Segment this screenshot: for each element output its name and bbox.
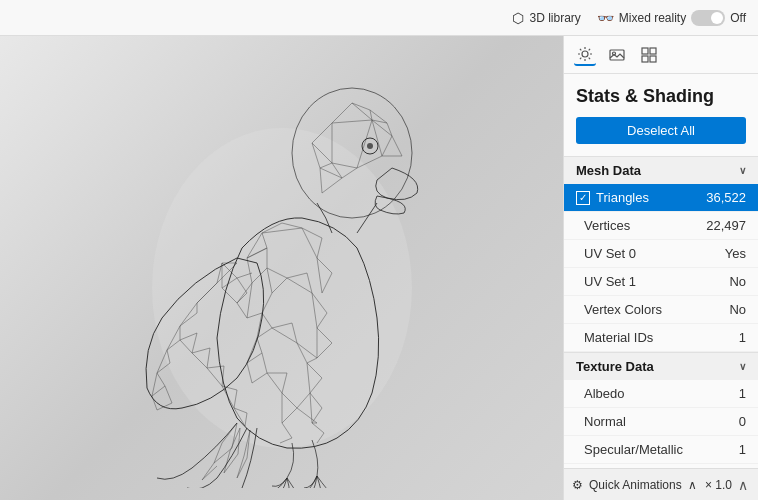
svg-rect-167 xyxy=(642,56,648,62)
triangles-row[interactable]: ✓ Triangles 36,522 xyxy=(564,184,758,212)
mixed-reality-icon: 👓 xyxy=(597,10,614,26)
sun-toolbar-icon[interactable] xyxy=(574,44,596,66)
vertices-label: Vertices xyxy=(584,218,630,233)
svg-line-4 xyxy=(332,103,352,123)
svg-rect-163 xyxy=(610,50,624,60)
svg-line-161 xyxy=(580,57,581,58)
svg-rect-168 xyxy=(650,56,656,62)
svg-line-144 xyxy=(202,463,214,480)
icon-toolbar xyxy=(564,36,758,74)
svg-line-141 xyxy=(214,443,222,463)
quick-animations-chevron: ∧ xyxy=(688,478,697,492)
normal-row[interactable]: Normal 0 xyxy=(564,408,758,436)
svg-line-122 xyxy=(152,396,157,410)
svg-line-151 xyxy=(237,456,244,478)
triangles-row-left: ✓ Triangles xyxy=(576,190,649,205)
quick-animations-label[interactable]: Quick Animations xyxy=(589,478,682,492)
mixed-reality-item[interactable]: 👓 Mixed reality Off xyxy=(597,10,746,26)
specular-metallic-value: 1 xyxy=(739,442,746,457)
right-panel: Stats & Shading Deselect All Mesh Data ∨… xyxy=(563,36,758,500)
vertex-colors-label: Vertex Colors xyxy=(584,302,662,317)
svg-line-159 xyxy=(580,48,581,49)
top-toolbar: ⬡ 3D library 👓 Mixed reality Off xyxy=(0,0,758,36)
uv-set-0-label: UV Set 0 xyxy=(584,246,636,261)
svg-line-11 xyxy=(382,136,392,156)
zoom-value: × 1.0 xyxy=(705,478,732,492)
normal-value: 0 xyxy=(739,414,746,429)
triangles-checkbox: ✓ xyxy=(576,191,590,205)
uv-set-1-label: UV Set 1 xyxy=(584,274,636,289)
svg-line-25 xyxy=(352,103,370,110)
vertices-value: 22,497 xyxy=(706,218,746,233)
mesh-chevron-icon: ∨ xyxy=(739,165,746,176)
cube-icon: ⬡ xyxy=(512,10,524,26)
image-toolbar-icon[interactable] xyxy=(606,44,628,66)
svg-line-145 xyxy=(202,466,217,480)
main-content: Stats & Shading Deselect All Mesh Data ∨… xyxy=(0,36,758,500)
svg-line-6 xyxy=(332,120,372,123)
albedo-value: 1 xyxy=(739,386,746,401)
parrot-container xyxy=(0,36,563,500)
zoom-controls: × 1.0 ∧ xyxy=(705,477,750,493)
specular-metallic-label: Specular/Metallic xyxy=(584,442,683,457)
parrot-wireframe xyxy=(62,48,502,488)
panel-content: Stats & Shading Deselect All Mesh Data ∨… xyxy=(564,74,758,468)
texture-chevron-icon: ∨ xyxy=(739,361,746,372)
albedo-label: Albedo xyxy=(584,386,624,401)
albedo-row[interactable]: Albedo 1 xyxy=(564,380,758,408)
uv-set-0-value: Yes xyxy=(725,246,746,261)
mesh-section-header[interactable]: Mesh Data ∨ xyxy=(564,156,758,184)
uv-set-1-value: No xyxy=(729,274,746,289)
3d-library-label: 3D library xyxy=(529,11,580,25)
zoom-up-button[interactable]: ∧ xyxy=(736,477,750,493)
svg-line-142 xyxy=(214,448,232,463)
material-ids-label: Material IDs xyxy=(584,330,653,345)
uv-set-0-row[interactable]: UV Set 0 Yes xyxy=(564,240,758,268)
material-ids-row[interactable]: Material IDs 1 xyxy=(564,324,758,352)
vertices-row[interactable]: Vertices 22,497 xyxy=(564,212,758,240)
triangles-value: 36,522 xyxy=(706,190,746,205)
panel-title: Stats & Shading xyxy=(564,74,758,117)
svg-rect-166 xyxy=(650,48,656,54)
texture-section-header[interactable]: Texture Data ∨ xyxy=(564,352,758,380)
svg-point-154 xyxy=(582,51,588,57)
svg-line-160 xyxy=(589,57,590,58)
mixed-reality-toggle[interactable] xyxy=(691,10,725,26)
svg-line-162 xyxy=(589,48,590,49)
3d-library-item[interactable]: ⬡ 3D library xyxy=(512,10,580,26)
mesh-section-label: Mesh Data xyxy=(576,163,641,178)
grid-toolbar-icon[interactable] xyxy=(638,44,660,66)
quick-animations-icon: ⚙ xyxy=(572,478,583,492)
svg-rect-165 xyxy=(642,48,648,54)
svg-line-147 xyxy=(224,451,230,473)
uv-set-1-row[interactable]: UV Set 1 No xyxy=(564,268,758,296)
svg-line-152 xyxy=(237,458,247,478)
texture-section-label: Texture Data xyxy=(576,359,654,374)
svg-line-15 xyxy=(392,136,402,156)
svg-line-121 xyxy=(157,373,165,386)
toggle-off-label: Off xyxy=(730,11,746,25)
svg-point-3 xyxy=(367,143,373,149)
normal-label: Normal xyxy=(584,414,626,429)
vertex-colors-value: No xyxy=(729,302,746,317)
specular-metallic-row[interactable]: Specular/Metallic 1 xyxy=(564,436,758,464)
material-ids-value: 1 xyxy=(739,330,746,345)
svg-line-116 xyxy=(157,350,167,373)
mixed-reality-label: Mixed reality xyxy=(619,11,686,25)
svg-line-5 xyxy=(352,103,372,120)
deselect-all-button[interactable]: Deselect All xyxy=(576,117,746,144)
vertex-colors-row[interactable]: Vertex Colors No xyxy=(564,296,758,324)
triangles-label: Triangles xyxy=(596,190,649,205)
svg-line-124 xyxy=(165,386,172,403)
3d-viewport[interactable] xyxy=(0,36,563,500)
bottom-bar: ⚙ Quick Animations ∧ × 1.0 ∧ xyxy=(564,468,758,500)
